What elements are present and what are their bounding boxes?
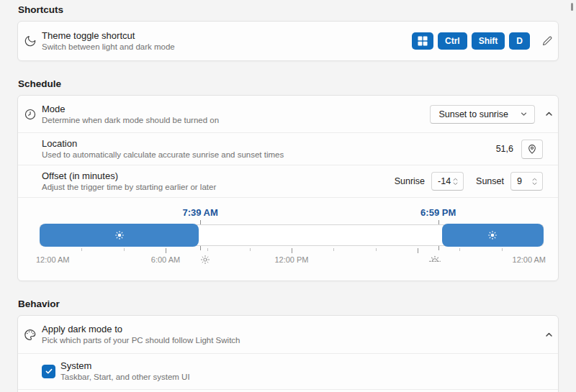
pencil-icon <box>541 35 553 47</box>
dark-mode-period-bar <box>442 224 544 247</box>
ctrl-key-button[interactable]: Ctrl <box>438 32 467 50</box>
location-pin-icon <box>526 143 538 155</box>
offset-row: Offset (in minutes) Adjust the trigger t… <box>18 165 558 197</box>
windows-key-button[interactable] <box>412 32 433 50</box>
mode-row: Mode Determine when dark mode should be … <box>18 96 558 132</box>
sunrise-time-label: 7:39 AM <box>182 207 217 218</box>
stepper-arrows-icon[interactable] <box>531 178 538 186</box>
axis-label: 12:00 AM <box>36 255 69 264</box>
moon-icon <box>23 35 37 48</box>
system-checkbox[interactable] <box>42 365 55 378</box>
sunset-offset-value: 9 <box>517 176 522 186</box>
shortcuts-section-header: Shortcuts <box>18 4 63 15</box>
light-switch-settings-page: { "colors": { "accent": "#0F6CBD", "time… <box>0 0 576 392</box>
shift-key-button[interactable]: Shift <box>472 32 505 50</box>
offset-subtitle: Adjust the trigger time by starting earl… <box>42 183 216 192</box>
schedule-section-header: Schedule <box>18 78 61 89</box>
detect-location-button[interactable] <box>521 140 543 159</box>
axis-label: 12:00 AM <box>513 255 546 264</box>
sunset-offset-stepper[interactable]: 9 <box>510 172 543 191</box>
timeline-tick <box>418 248 418 253</box>
system-subtitle: Taskbar, Start, and other system UI <box>60 373 190 382</box>
location-value: 51,6 <box>496 144 513 154</box>
behavior-expander-button[interactable] <box>542 328 555 341</box>
apply-dark-mode-subtitle: Pick which parts of your PC should follo… <box>42 336 240 345</box>
shortcut-subtitle: Switch between light and dark mode <box>42 42 175 52</box>
offset-title: Offset (in minutes) <box>42 170 216 181</box>
shortcut-keys: Ctrl Shift D <box>412 32 558 50</box>
clock-icon <box>23 107 37 121</box>
axis-label: 6:00 AM <box>151 255 180 264</box>
timeline-tick <box>250 248 251 251</box>
theme-toggle-shortcut-row: Theme toggle shortcut Switch between lig… <box>18 22 558 60</box>
sunset-time-label: 6:59 PM <box>420 207 456 218</box>
timeline-tick <box>207 248 208 251</box>
sunset-horizon-icon <box>428 255 442 264</box>
chevron-down-icon <box>520 110 528 118</box>
chevron-up-icon <box>544 109 554 119</box>
timeline-tick <box>333 248 334 251</box>
timeline-tick <box>502 248 503 251</box>
location-title: Location <box>42 138 284 149</box>
sunrise-offset-stepper[interactable]: -14 <box>431 172 464 191</box>
location-subtitle: Used to automatically calculate accurate… <box>42 150 284 160</box>
timeline-tick <box>81 248 82 251</box>
night-sun-icon <box>487 230 498 240</box>
shortcuts-card: Theme toggle shortcut Switch between lig… <box>17 21 559 61</box>
chevron-up-icon <box>544 330 554 339</box>
timeline-tick <box>166 248 166 253</box>
apply-dark-mode-title: Apply dark mode to <box>42 324 240 334</box>
timeline-axis: 12:00 AM 6:00 AM 12:00 PM 12:00 AM <box>40 255 544 266</box>
scrollbar-thumb[interactable] <box>571 3 573 11</box>
dark-mode-period-bar <box>40 224 199 247</box>
palette-icon <box>23 328 37 342</box>
day-night-timeline: 7:39 AM 6:59 PM 12:00 AM 6:00 AM 12:00 P… <box>40 197 544 281</box>
edit-shortcut-button[interactable] <box>540 34 554 48</box>
sunrise-offset-label: Sunrise <box>395 176 425 186</box>
mode-dropdown[interactable]: Sunset to sunrise <box>430 105 535 124</box>
schedule-card: Mode Determine when dark mode should be … <box>17 95 559 281</box>
timeline-tick <box>376 248 377 251</box>
schedule-expander-button[interactable] <box>542 108 555 121</box>
system-row: System Taskbar, Start, and other system … <box>18 353 558 389</box>
apply-dark-mode-row: Apply dark mode to Pick which parts of y… <box>18 316 558 353</box>
timeline-tick <box>292 248 292 253</box>
timeline-ticks <box>40 248 544 254</box>
sunset-offset-label: Sunset <box>476 176 504 186</box>
mode-subtitle: Determine when dark mode should be turne… <box>42 116 219 125</box>
mode-title: Mode <box>42 104 219 114</box>
axis-label: 12:00 PM <box>274 255 308 264</box>
timeline-tick <box>459 248 460 251</box>
sunrise-sun-icon <box>200 255 210 265</box>
behavior-section-header: Behavior <box>18 298 60 309</box>
d-key-button[interactable]: D <box>509 32 530 50</box>
location-row: Location Used to automatically calculate… <box>18 133 558 165</box>
night-sun-icon <box>114 230 125 240</box>
stepper-arrows-icon[interactable] <box>452 178 459 186</box>
shortcut-title: Theme toggle shortcut <box>42 30 175 41</box>
behavior-card: Apply dark mode to Pick which parts of y… <box>17 315 559 392</box>
windows-logo-icon <box>418 36 428 46</box>
divider <box>18 389 558 390</box>
mode-dropdown-value: Sunset to sunrise <box>438 109 508 119</box>
system-label: System <box>60 360 190 371</box>
sunrise-offset-value: -14 <box>438 176 451 186</box>
timeline-tick <box>124 248 125 251</box>
checkmark-icon <box>45 367 53 375</box>
